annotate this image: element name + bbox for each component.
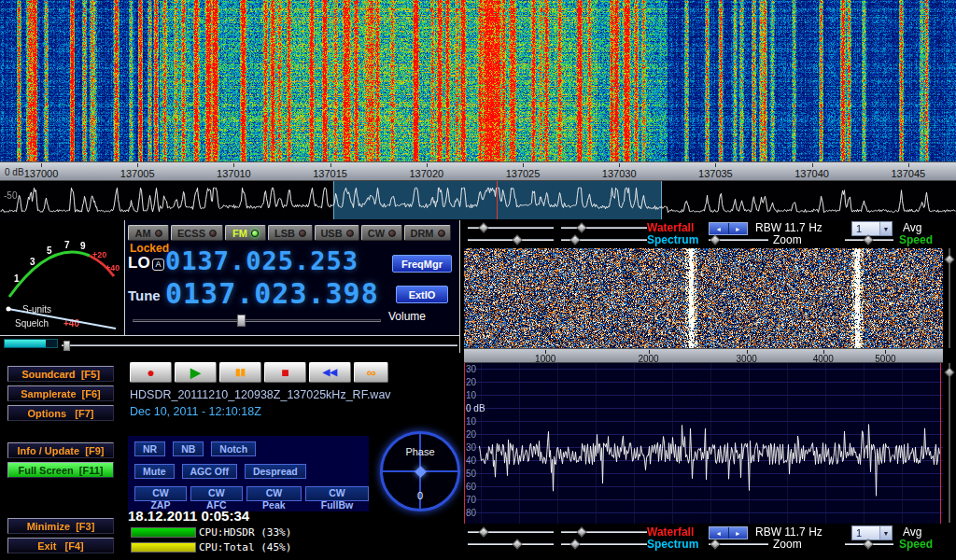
squelch-slider[interactable]	[62, 340, 457, 351]
transport-loop-button[interactable]: ∞	[354, 362, 388, 383]
spectrum-offset-slider[interactable]	[561, 539, 647, 550]
dsp-mute-button[interactable]: Mute	[134, 464, 175, 479]
waterfall-amplitude-slider[interactable]	[945, 248, 954, 348]
extio-button[interactable]: ExtIO	[396, 286, 448, 303]
slider-thumb[interactable]	[513, 234, 523, 245]
waterfall-brightness-slider[interactable]	[561, 526, 647, 538]
mode-led-off-icon	[155, 230, 162, 237]
slider-thumb[interactable]	[863, 539, 873, 549]
rbw-label: RBW 11.7 Hz	[755, 525, 822, 539]
mode-button-fm[interactable]: FM	[225, 225, 266, 241]
slider-thumb[interactable]	[570, 234, 581, 245]
lo-frequency-display[interactable]: 0137.025.253	[165, 246, 358, 275]
minimize-button[interactable]: Minimize [F3]	[7, 518, 114, 534]
soundcard-button[interactable]: Soundcard [F5]	[7, 366, 114, 382]
dsp-despread-button[interactable]: Despread	[245, 464, 306, 479]
dropdown-arrow-icon[interactable]: ▼	[879, 222, 892, 235]
slider-thumb[interactable]	[513, 539, 523, 549]
rf-waterfall-display[interactable]	[464, 248, 943, 348]
frequency-tick	[619, 163, 620, 167]
slider-thumb[interactable]	[863, 234, 873, 245]
slider-thumb[interactable]	[570, 539, 581, 549]
waterfall-contrast-slider[interactable]	[468, 526, 554, 538]
zoom-out-arrow-icon[interactable]: ◂	[710, 223, 728, 234]
spectrum-tab[interactable]: Spectrum	[647, 233, 698, 246]
transport-play-button[interactable]: ▶	[175, 362, 217, 383]
zoom-slider[interactable]	[709, 234, 768, 245]
exit-button[interactable]: Exit [F4]	[7, 538, 114, 553]
zoom-stepper[interactable]: ◂▸	[709, 222, 748, 235]
slider-thumb[interactable]	[710, 234, 721, 245]
mode-button-label: ECSS	[177, 228, 205, 239]
spectrum-offset-slider[interactable]	[561, 234, 647, 245]
spectrum-tab[interactable]: Spectrum	[647, 538, 698, 551]
spectrum-axis-label: 20	[466, 377, 476, 387]
slider-thumb[interactable]	[237, 315, 246, 327]
fullscreen-button[interactable]: Full Screen [F11]	[7, 462, 114, 478]
waterfall-tab[interactable]: Waterfall	[647, 221, 694, 234]
slider-thumb[interactable]	[944, 254, 954, 264]
slider-track	[949, 363, 950, 523]
transport-pause-button[interactable]: ▮▮	[219, 362, 261, 383]
spectrum-contrast-slider[interactable]	[468, 234, 554, 245]
volume-slider[interactable]	[133, 314, 381, 328]
spectrum-axis-label: 60	[466, 482, 476, 492]
transport-rewind-button[interactable]: ◀◀	[309, 362, 351, 383]
slider-track	[561, 531, 647, 533]
lo-lock-icon[interactable]: A	[152, 259, 164, 271]
mode-button-cw[interactable]: CW	[361, 225, 402, 241]
rewind-icon: ◀◀	[323, 368, 337, 377]
dsp-notch-button[interactable]: Notch	[211, 441, 256, 456]
dsp-nr-button[interactable]: NR	[134, 441, 165, 456]
options-button[interactable]: Options [F7]	[7, 405, 114, 421]
zoom-slider[interactable]	[709, 539, 768, 550]
dsp-agc-off-button[interactable]: AGC Off	[182, 464, 237, 479]
cpu-hdsdr-bar	[131, 527, 196, 538]
main-waterfall-display[interactable]	[0, 0, 956, 161]
slider-thumb[interactable]	[63, 341, 70, 351]
tune-frequency-display[interactable]: 0137.023.398	[165, 277, 379, 310]
spectrum-contrast-slider[interactable]	[468, 539, 554, 550]
zoom-stepper[interactable]: ◂▸	[709, 526, 748, 539]
mode-button-lsb[interactable]: LSB	[268, 225, 313, 241]
slider-thumb[interactable]	[710, 539, 721, 549]
mode-button-am[interactable]: AM	[128, 225, 169, 241]
zoom-in-arrow-icon[interactable]: ▸	[728, 223, 748, 234]
transport-record-button[interactable]: ●	[130, 362, 172, 383]
frequency-scale-label: 137045	[891, 168, 925, 179]
dropdown-arrow-icon[interactable]: ▼	[879, 526, 892, 539]
slider-thumb[interactable]	[576, 222, 586, 232]
waterfall-tab[interactable]: Waterfall	[647, 525, 694, 539]
main-frequency-scale[interactable]: 0 dB 13700013700513701013701513702013702…	[0, 161, 956, 181]
mode-button-usb[interactable]: USB	[315, 225, 359, 241]
waterfall-brightness-slider[interactable]	[561, 222, 647, 233]
spectrum-amplitude-slider[interactable]	[945, 363, 954, 523]
zoom-out-arrow-icon[interactable]: ◂	[710, 527, 728, 539]
speed-slider[interactable]	[845, 539, 893, 550]
dsp-cw-zap-button[interactable]: CW ZAP	[134, 486, 187, 501]
slider-thumb[interactable]	[944, 368, 954, 378]
slider-thumb[interactable]	[576, 526, 586, 537]
slider-thumb[interactable]	[478, 222, 488, 232]
mode-led-off-icon	[346, 230, 354, 237]
s-meter-scale-green	[9, 252, 90, 297]
phase-value: 0	[383, 490, 457, 501]
rf-spectrum-display[interactable]: 3020100 dB1020304050607080	[464, 363, 943, 524]
mode-button-ecss[interactable]: ECSS	[171, 225, 223, 241]
info-update-button[interactable]: Info / Update [F9]	[7, 442, 114, 458]
speed-slider[interactable]	[845, 234, 893, 245]
recorded-file-timestamp: Dec 10, 2011 - 12:10:18Z	[130, 405, 261, 418]
slider-thumb[interactable]	[478, 526, 488, 537]
dsp-nb-button[interactable]: NB	[173, 441, 204, 456]
dsp-cw-peak-button[interactable]: CW Peak	[246, 486, 302, 501]
frequency-tick	[233, 163, 234, 167]
zoom-in-arrow-icon[interactable]: ▸	[728, 527, 748, 539]
samplerate-button[interactable]: Samplerate [F6]	[7, 385, 114, 401]
freqmgr-button[interactable]: FreqMgr	[392, 255, 452, 273]
dsp-cw-fullbw-button[interactable]: CW FullBw	[305, 486, 369, 501]
mode-button-drm[interactable]: DRM	[404, 225, 451, 241]
phase-label: Phase	[383, 446, 457, 457]
transport-stop-button[interactable]: ■	[264, 362, 306, 383]
dsp-cw-afc-button[interactable]: CW AFC	[190, 486, 243, 501]
waterfall-contrast-slider[interactable]	[468, 222, 554, 233]
